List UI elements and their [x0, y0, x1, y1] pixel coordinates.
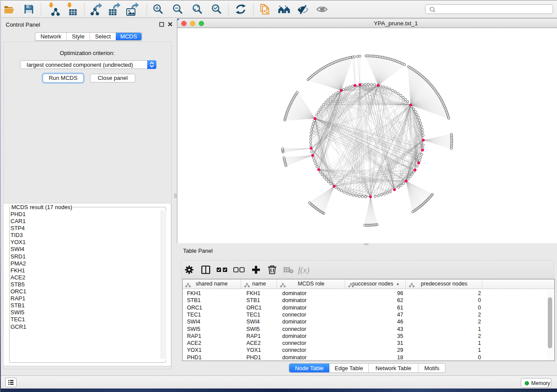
svg-text:f(x): f(x) — [298, 265, 309, 275]
